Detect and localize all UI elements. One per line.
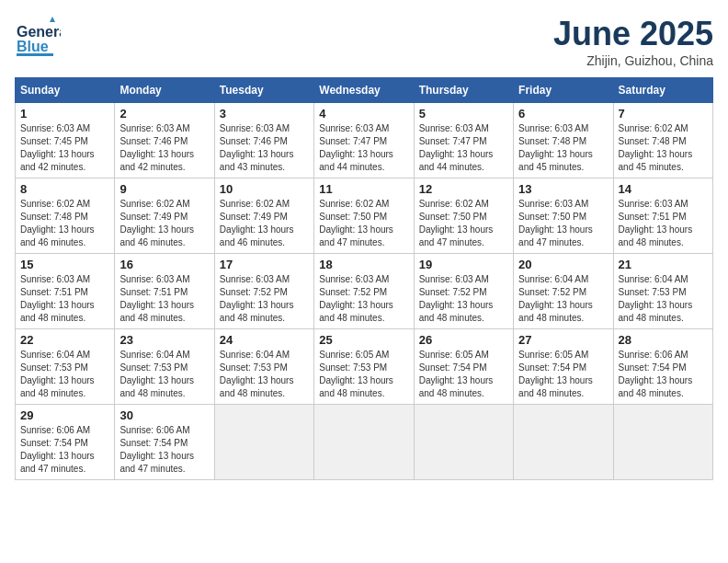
day-detail: Sunrise: 6:06 AM Sunset: 7:54 PM Dayligh…: [20, 424, 109, 476]
day-number: 6: [518, 107, 608, 121]
weekday-header: Saturday: [613, 78, 712, 103]
calendar-cell: 17Sunrise: 6:03 AM Sunset: 7:52 PM Dayli…: [214, 254, 313, 329]
day-detail: Sunrise: 6:03 AM Sunset: 7:52 PM Dayligh…: [419, 273, 508, 325]
day-number: 2: [119, 107, 209, 121]
weekday-header: Wednesday: [314, 78, 414, 103]
calendar-cell: 11Sunrise: 6:02 AM Sunset: 7:50 PM Dayli…: [314, 178, 414, 254]
day-detail: Sunrise: 6:02 AM Sunset: 7:50 PM Dayligh…: [319, 198, 408, 249]
day-number: 10: [220, 182, 309, 196]
day-detail: Sunrise: 6:03 AM Sunset: 7:45 PM Dayligh…: [20, 122, 109, 174]
day-number: 8: [20, 182, 109, 196]
day-number: 13: [518, 182, 608, 196]
calendar-cell: 5Sunrise: 6:03 AM Sunset: 7:47 PM Daylig…: [414, 103, 513, 178]
day-number: 27: [518, 333, 608, 347]
calendar-cell: 7Sunrise: 6:02 AM Sunset: 7:48 PM Daylig…: [613, 103, 712, 178]
day-number: 21: [619, 258, 708, 271]
calendar-cell: 12Sunrise: 6:02 AM Sunset: 7:50 PM Dayli…: [414, 178, 513, 254]
day-detail: Sunrise: 6:03 AM Sunset: 7:47 PM Dayligh…: [419, 122, 508, 174]
day-detail: Sunrise: 6:02 AM Sunset: 7:48 PM Dayligh…: [619, 122, 708, 174]
location: Zhijin, Guizhou, China: [553, 53, 713, 68]
day-number: 16: [119, 258, 209, 271]
day-detail: Sunrise: 6:03 AM Sunset: 7:46 PM Dayligh…: [119, 122, 209, 174]
calendar-cell: 9Sunrise: 6:02 AM Sunset: 7:49 PM Daylig…: [115, 178, 214, 254]
calendar-cell: 2Sunrise: 6:03 AM Sunset: 7:46 PM Daylig…: [115, 103, 214, 178]
day-number: 17: [220, 258, 309, 271]
weekday-header-row: SundayMondayTuesdayWednesdayThursdayFrid…: [16, 78, 713, 103]
calendar-cell: 24Sunrise: 6:04 AM Sunset: 7:53 PM Dayli…: [214, 329, 313, 405]
day-number: 18: [319, 258, 408, 271]
calendar-cell: 18Sunrise: 6:03 AM Sunset: 7:52 PM Dayli…: [314, 254, 414, 329]
day-detail: Sunrise: 6:06 AM Sunset: 7:54 PM Dayligh…: [619, 349, 708, 400]
day-detail: Sunrise: 6:06 AM Sunset: 7:54 PM Dayligh…: [119, 424, 209, 476]
day-number: 29: [20, 408, 109, 422]
calendar-cell: 22Sunrise: 6:04 AM Sunset: 7:53 PM Dayli…: [16, 329, 115, 405]
calendar-cell: 26Sunrise: 6:05 AM Sunset: 7:54 PM Dayli…: [414, 329, 513, 405]
calendar-cell: 28Sunrise: 6:06 AM Sunset: 7:54 PM Dayli…: [613, 329, 712, 405]
day-detail: Sunrise: 6:03 AM Sunset: 7:52 PM Dayligh…: [319, 273, 408, 325]
calendar-week-row: 22Sunrise: 6:04 AM Sunset: 7:53 PM Dayli…: [16, 329, 713, 405]
day-detail: Sunrise: 6:04 AM Sunset: 7:53 PM Dayligh…: [220, 349, 309, 400]
calendar-cell: 20Sunrise: 6:04 AM Sunset: 7:52 PM Dayli…: [514, 254, 613, 329]
title-block: June 2025 Zhijin, Guizhou, China: [553, 15, 713, 68]
day-number: 12: [419, 182, 508, 196]
svg-rect-3: [17, 53, 53, 56]
day-number: 5: [419, 107, 508, 121]
day-detail: Sunrise: 6:03 AM Sunset: 7:51 PM Dayligh…: [20, 273, 109, 325]
calendar-cell: 23Sunrise: 6:04 AM Sunset: 7:53 PM Dayli…: [115, 329, 214, 405]
calendar-cell: [514, 405, 613, 480]
calendar-cell: [613, 405, 712, 480]
calendar-cell: 16Sunrise: 6:03 AM Sunset: 7:51 PM Dayli…: [115, 254, 214, 329]
calendar-week-row: 1Sunrise: 6:03 AM Sunset: 7:45 PM Daylig…: [16, 103, 713, 178]
calendar-week-row: 29Sunrise: 6:06 AM Sunset: 7:54 PM Dayli…: [16, 405, 713, 480]
calendar-cell: 25Sunrise: 6:05 AM Sunset: 7:53 PM Dayli…: [314, 329, 414, 405]
weekday-header: Thursday: [414, 78, 513, 103]
day-number: 19: [419, 258, 508, 271]
day-number: 15: [20, 258, 109, 271]
day-number: 4: [319, 107, 408, 121]
day-detail: Sunrise: 6:04 AM Sunset: 7:53 PM Dayligh…: [20, 349, 109, 400]
day-detail: Sunrise: 6:05 AM Sunset: 7:54 PM Dayligh…: [419, 349, 508, 400]
day-detail: Sunrise: 6:04 AM Sunset: 7:52 PM Dayligh…: [518, 273, 608, 325]
day-detail: Sunrise: 6:03 AM Sunset: 7:51 PM Dayligh…: [619, 198, 708, 249]
day-detail: Sunrise: 6:03 AM Sunset: 7:52 PM Dayligh…: [220, 273, 309, 325]
day-detail: Sunrise: 6:03 AM Sunset: 7:47 PM Dayligh…: [319, 122, 408, 174]
day-number: 7: [619, 107, 708, 121]
svg-text:Blue: Blue: [17, 39, 49, 54]
calendar-cell: [414, 405, 513, 480]
day-number: 23: [119, 333, 209, 347]
calendar-cell: 8Sunrise: 6:02 AM Sunset: 7:48 PM Daylig…: [16, 178, 115, 254]
day-detail: Sunrise: 6:02 AM Sunset: 7:49 PM Dayligh…: [119, 198, 209, 249]
logo: General Blue: [15, 15, 61, 64]
day-detail: Sunrise: 6:05 AM Sunset: 7:53 PM Dayligh…: [319, 349, 408, 400]
page-header: General Blue June 2025 Zhijin, Guizhou, …: [15, 15, 713, 68]
day-number: 14: [619, 182, 708, 196]
day-detail: Sunrise: 6:02 AM Sunset: 7:50 PM Dayligh…: [419, 198, 508, 249]
day-detail: Sunrise: 6:02 AM Sunset: 7:49 PM Dayligh…: [220, 198, 309, 249]
calendar-cell: 30Sunrise: 6:06 AM Sunset: 7:54 PM Dayli…: [115, 405, 214, 480]
calendar-week-row: 15Sunrise: 6:03 AM Sunset: 7:51 PM Dayli…: [16, 254, 713, 329]
day-number: 9: [119, 182, 209, 196]
day-number: 30: [119, 408, 209, 422]
calendar-cell: [314, 405, 414, 480]
day-number: 22: [20, 333, 109, 347]
logo-svg: General Blue: [15, 15, 61, 61]
calendar-cell: 3Sunrise: 6:03 AM Sunset: 7:46 PM Daylig…: [214, 103, 313, 178]
calendar-cell: [214, 405, 313, 480]
day-number: 24: [220, 333, 309, 347]
calendar-cell: 19Sunrise: 6:03 AM Sunset: 7:52 PM Dayli…: [414, 254, 513, 329]
calendar-cell: 6Sunrise: 6:03 AM Sunset: 7:48 PM Daylig…: [514, 103, 613, 178]
day-detail: Sunrise: 6:03 AM Sunset: 7:50 PM Dayligh…: [518, 198, 608, 249]
day-number: 25: [319, 333, 408, 347]
weekday-header: Tuesday: [214, 78, 313, 103]
day-detail: Sunrise: 6:03 AM Sunset: 7:51 PM Dayligh…: [119, 273, 209, 325]
day-number: 26: [419, 333, 508, 347]
calendar-cell: 10Sunrise: 6:02 AM Sunset: 7:49 PM Dayli…: [214, 178, 313, 254]
calendar-cell: 27Sunrise: 6:05 AM Sunset: 7:54 PM Dayli…: [514, 329, 613, 405]
calendar-cell: 4Sunrise: 6:03 AM Sunset: 7:47 PM Daylig…: [314, 103, 414, 178]
weekday-header: Monday: [115, 78, 214, 103]
calendar-cell: 15Sunrise: 6:03 AM Sunset: 7:51 PM Dayli…: [16, 254, 115, 329]
calendar-week-row: 8Sunrise: 6:02 AM Sunset: 7:48 PM Daylig…: [16, 178, 713, 254]
day-detail: Sunrise: 6:05 AM Sunset: 7:54 PM Dayligh…: [518, 349, 608, 400]
svg-text:General: General: [17, 24, 61, 40]
month-title: June 2025: [553, 15, 713, 53]
